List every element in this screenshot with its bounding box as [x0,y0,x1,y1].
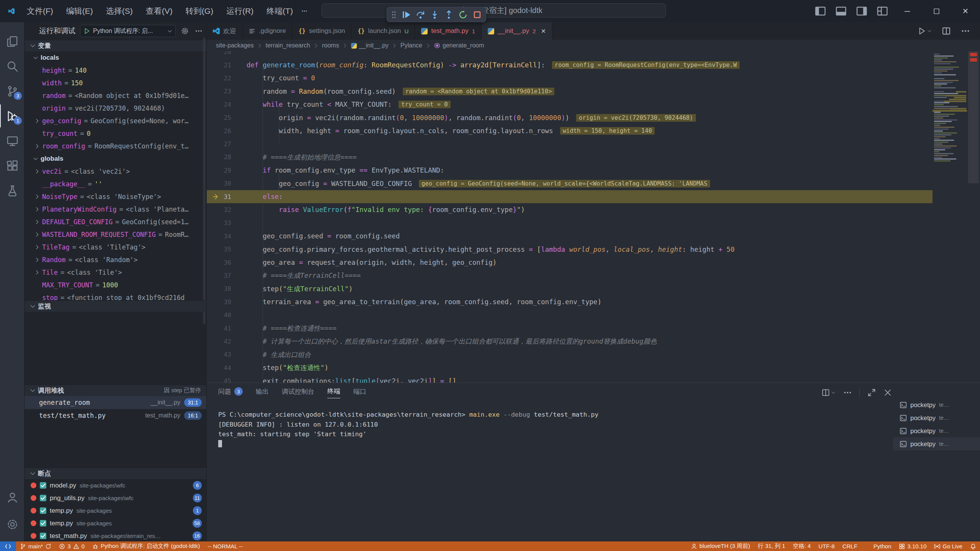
debug-stop-icon[interactable] [472,10,482,20]
variable-WASTELAND_ROOM_REQUEST_CONFIG[interactable]: WASTELAND_ROOM_REQUEST_CONFIG=RoomR… [24,228,206,241]
menu-转到(G)[interactable]: 转到(G) [180,3,219,19]
variable-try_count[interactable]: try_count=0 [24,127,206,140]
activitybar-accounts[interactable] [0,486,24,509]
breadcrumb-item-__init__.py[interactable]: __init__.py [351,42,389,49]
variable-NoiseType[interactable]: NoiseType=<class 'NoiseType'> [24,190,206,203]
variable-MAX_TRY_COUNT[interactable]: MAX_TRY_COUNT=1000 [24,279,206,291]
breakpoint-checkbox[interactable] [40,533,46,539]
debug-settings-gear-icon[interactable] [181,27,189,35]
tab-launch.json[interactable]: {}launch.jsonU [351,22,415,40]
statusbar-eol[interactable]: CRLF [838,541,861,551]
editor-scrollbar[interactable] [967,51,980,383]
customize-layout-icon[interactable] [877,5,888,17]
stack-frame-generate_room[interactable]: generate_room__init__.py31:1 [24,396,206,409]
menu-选择(S)[interactable]: 选择(S) [101,3,138,19]
activitybar-search[interactable] [0,55,24,78]
activitybar-run-debug[interactable]: 1 [0,104,24,127]
statusbar-git-annotate[interactable]: blueloveTH (3 周前) [687,541,754,551]
variable-DEFAULT_GEO_CONFIG[interactable]: DEFAULT_GEO_CONFIG=GeoConfig(seed=1… [24,215,206,228]
code-editor[interactable]: 2021def generate_room(room_config: RoomR… [207,51,980,383]
panel-more-actions-icon[interactable] [843,388,852,397]
panel-tab-端口[interactable]: 端口 [353,387,366,398]
toggle-secondary-sidebar-icon[interactable] [856,5,867,17]
variable-stop[interactable]: stop=<function stop at 0x1bf9cd216d [24,291,206,300]
variable-width[interactable]: width=150 [24,77,206,89]
breadcrumb-item-site-packages[interactable]: site-packages [216,42,254,49]
statusbar-git-branch[interactable]: main* [16,541,55,551]
activitybar-source-control[interactable]: 3 [0,80,24,103]
statusbar-problems[interactable]: 30 [55,541,88,551]
drag-grip-icon[interactable] [391,10,397,20]
breakpoint-checkbox[interactable] [40,507,46,514]
tab-test_math.py[interactable]: test_math.py1 [415,22,482,40]
menu-运行(R)[interactable]: 运行(R) [221,3,259,19]
watch-section-header[interactable]: 监视 [24,300,206,312]
breadcrumb[interactable]: site-packagesterrain_researchrooms__init… [207,40,980,51]
terminal-output[interactable]: PS C:\computer_science\godot-ldtk\site-p… [218,410,888,541]
close-panel-icon[interactable] [884,388,892,397]
activitybar-extensions[interactable] [0,154,24,177]
editor-more-actions-icon[interactable] [961,26,970,36]
statusbar-remote-indicator[interactable] [0,541,16,551]
breakpoint-temp.py-1[interactable]: temp.pysite-packages1 [24,504,206,517]
variable-Tile[interactable]: Tile=<class 'Tile'> [24,266,206,279]
panel-tab-调试控制台[interactable]: 调试控制台 [282,387,314,398]
breakpoint-checkbox[interactable] [40,495,46,501]
variable-vec2i[interactable]: vec2i=<class 'vec2i'> [24,165,206,178]
window-close-button[interactable]: ✕ [951,0,980,22]
tab-close-icon[interactable]: ✕ [541,28,546,35]
breadcrumb-item-rooms[interactable]: rooms [322,42,339,49]
terminal-list-item[interactable]: pocketpyte… [893,424,980,437]
terminal-list-item[interactable]: pocketpyte… [893,411,980,424]
menu-编辑(E)[interactable]: 编辑(E) [61,3,98,19]
maximize-panel-icon[interactable] [867,388,876,397]
breakpoint-model.py-6[interactable]: model.pysite-packages\wfc6 [24,479,206,492]
variable-__package__[interactable]: __package__='' [24,178,206,190]
activitybar-testing[interactable] [0,179,24,202]
panel-tab-问题[interactable]: 问题3 [218,387,243,398]
statusbar-cursor-position[interactable]: 行 31, 列 1 [754,541,789,551]
split-editor-icon[interactable] [942,26,951,36]
breadcrumb-item-Pylance[interactable]: Pylance [400,42,422,49]
statusbar-language-mode[interactable]: Python [861,541,895,551]
variables-group-globals[interactable]: globals [24,152,206,165]
command-center-search[interactable]: [扩展开发宿主] godot-ldtk [322,3,666,18]
variable-random[interactable]: random=<Random object at 0x1bf9d01e… [24,89,206,102]
statusbar-go-live[interactable]: Go Live [930,541,966,551]
terminal-list-item[interactable]: pocketpyte… [893,398,980,411]
tab-欢迎[interactable]: 欢迎 [207,22,243,40]
callstack-section-header[interactable]: 调用堆栈 因 step 已暂停 [24,385,206,396]
window-maximize-button[interactable] [922,0,951,22]
variable-origin[interactable]: origin=vec2i(7205730, 9024468) [24,102,206,114]
statusbar-debug-status[interactable]: Python 调试程序: 启动文件 (godot-ldtk) [88,541,204,551]
window-minimize-button[interactable]: ─ [893,0,922,22]
split-terminal-button[interactable] [822,388,836,397]
debug-step-into-icon[interactable] [430,10,439,20]
activitybar-settings[interactable] [0,513,24,536]
debug-continue-icon[interactable] [402,10,411,20]
menu-终端(T)[interactable]: 终端(T) [261,3,298,19]
statusbar-vim-mode[interactable]: -- NORMAL -- [204,541,247,551]
debug-config-dropdown[interactable]: Python 调试程序: 启... [80,25,176,37]
sidebar-scrollbar[interactable] [203,37,206,324]
toggle-sidebar-icon[interactable] [815,5,826,17]
tab-settings.json[interactable]: {}settings.json [292,22,352,40]
activitybar-remote-explorer[interactable] [0,129,24,152]
variable-PlanetaryWindConfig[interactable]: PlanetaryWindConfig=<class 'Planeta… [24,203,206,215]
breakpoint-checkbox[interactable] [40,482,46,489]
minimap[interactable] [933,51,967,383]
breakpoint-temp.py-58[interactable]: temp.pysite-packages58 [24,517,206,530]
activitybar-explorer[interactable] [0,30,24,53]
tab-.gdignore[interactable]: .gdignore [243,22,292,40]
run-python-file-button[interactable] [918,27,932,35]
variables-section-header[interactable]: 变量 [24,40,206,51]
debug-step-out-icon[interactable] [444,10,454,20]
statusbar-notifications[interactable] [966,541,980,551]
variable-height[interactable]: height=140 [24,64,206,77]
statusbar-encoding[interactable]: UTF-8 [815,541,839,551]
toggle-panel-icon[interactable] [835,5,847,17]
breakpoint-checkbox[interactable] [40,520,46,527]
breakpoints-section-header[interactable]: 断点 [24,468,206,479]
debug-restart-icon[interactable] [458,10,468,20]
debug-step-over-icon[interactable] [416,10,425,20]
